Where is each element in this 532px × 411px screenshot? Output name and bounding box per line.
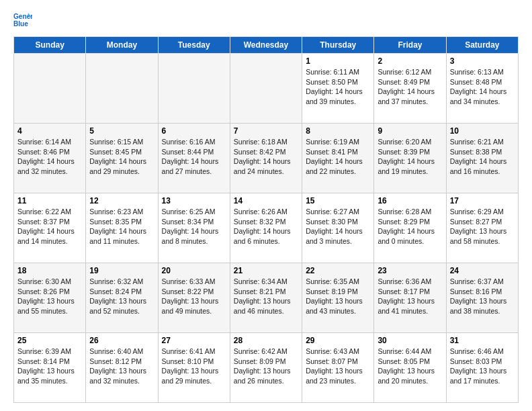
day-number: 15	[306, 196, 370, 205]
day-number: 27	[162, 336, 226, 345]
calendar-cell: 29Sunrise: 6:43 AM Sunset: 8:07 PM Dayli…	[302, 333, 374, 403]
calendar-cell: 24Sunrise: 6:37 AM Sunset: 8:16 PM Dayli…	[446, 263, 518, 333]
day-info: Sunrise: 6:18 AM Sunset: 8:42 PM Dayligh…	[234, 137, 298, 177]
day-number: 12	[89, 196, 154, 205]
day-info: Sunrise: 6:36 AM Sunset: 8:17 PM Dayligh…	[378, 277, 442, 316]
day-number: 20	[162, 266, 226, 275]
day-info: Sunrise: 6:13 AM Sunset: 8:48 PM Dayligh…	[450, 67, 515, 107]
calendar-cell: 6Sunrise: 6:16 AM Sunset: 8:44 PM Daylig…	[158, 124, 230, 193]
calendar-cell: 5Sunrise: 6:15 AM Sunset: 8:45 PM Daylig…	[86, 124, 158, 193]
day-info: Sunrise: 6:46 AM Sunset: 8:03 PM Dayligh…	[450, 347, 515, 386]
calendar-cell	[230, 54, 302, 124]
day-number: 16	[378, 196, 442, 205]
calendar-week-3: 11Sunrise: 6:22 AM Sunset: 8:37 PM Dayli…	[14, 193, 519, 263]
day-number: 17	[450, 196, 515, 205]
day-number: 1	[306, 56, 370, 66]
day-info: Sunrise: 6:30 AM Sunset: 8:26 PM Dayligh…	[17, 277, 82, 316]
calendar-header-tuesday: Tuesday	[158, 37, 230, 54]
calendar-cell: 28Sunrise: 6:42 AM Sunset: 8:09 PM Dayli…	[230, 333, 302, 403]
day-number: 2	[378, 56, 442, 66]
page-header: General Blue	[13, 11, 519, 30]
day-info: Sunrise: 6:37 AM Sunset: 8:16 PM Dayligh…	[450, 277, 515, 316]
day-info: Sunrise: 6:14 AM Sunset: 8:46 PM Dayligh…	[17, 137, 82, 177]
calendar-cell: 3Sunrise: 6:13 AM Sunset: 8:48 PM Daylig…	[446, 54, 518, 124]
day-number: 22	[306, 266, 370, 275]
day-info: Sunrise: 6:21 AM Sunset: 8:38 PM Dayligh…	[450, 137, 515, 177]
calendar-cell: 7Sunrise: 6:18 AM Sunset: 8:42 PM Daylig…	[230, 124, 302, 193]
calendar-header-sunday: Sunday	[14, 37, 86, 54]
calendar-cell: 18Sunrise: 6:30 AM Sunset: 8:26 PM Dayli…	[14, 263, 86, 333]
day-info: Sunrise: 6:16 AM Sunset: 8:44 PM Dayligh…	[162, 137, 226, 177]
day-info: Sunrise: 6:23 AM Sunset: 8:35 PM Dayligh…	[89, 207, 154, 246]
calendar-header-row: SundayMondayTuesdayWednesdayThursdayFrid…	[14, 37, 519, 54]
calendar-cell: 16Sunrise: 6:28 AM Sunset: 8:29 PM Dayli…	[374, 193, 446, 263]
calendar-week-2: 4Sunrise: 6:14 AM Sunset: 8:46 PM Daylig…	[14, 124, 519, 193]
calendar-cell: 14Sunrise: 6:26 AM Sunset: 8:32 PM Dayli…	[230, 193, 302, 263]
day-number: 10	[450, 126, 515, 136]
calendar-cell: 2Sunrise: 6:12 AM Sunset: 8:49 PM Daylig…	[374, 54, 446, 124]
day-number: 7	[234, 126, 298, 136]
calendar-cell: 21Sunrise: 6:34 AM Sunset: 8:21 PM Dayli…	[230, 263, 302, 333]
calendar-cell: 26Sunrise: 6:40 AM Sunset: 8:12 PM Dayli…	[86, 333, 158, 403]
day-number: 4	[17, 126, 82, 136]
calendar-header-friday: Friday	[374, 37, 446, 54]
calendar-cell: 23Sunrise: 6:36 AM Sunset: 8:17 PM Dayli…	[374, 263, 446, 333]
day-info: Sunrise: 6:43 AM Sunset: 8:07 PM Dayligh…	[306, 347, 370, 386]
day-info: Sunrise: 6:40 AM Sunset: 8:12 PM Dayligh…	[89, 347, 154, 386]
calendar-cell: 4Sunrise: 6:14 AM Sunset: 8:46 PM Daylig…	[14, 124, 86, 193]
day-number: 30	[378, 336, 442, 345]
day-number: 9	[378, 126, 442, 136]
calendar-table: SundayMondayTuesdayWednesdayThursdayFrid…	[13, 36, 519, 403]
day-info: Sunrise: 6:34 AM Sunset: 8:21 PM Dayligh…	[234, 277, 298, 316]
day-info: Sunrise: 6:32 AM Sunset: 8:24 PM Dayligh…	[89, 277, 154, 316]
calendar-header-wednesday: Wednesday	[230, 37, 302, 54]
calendar-cell: 31Sunrise: 6:46 AM Sunset: 8:03 PM Dayli…	[446, 333, 518, 403]
day-info: Sunrise: 6:42 AM Sunset: 8:09 PM Dayligh…	[234, 347, 298, 386]
calendar-cell: 1Sunrise: 6:11 AM Sunset: 8:50 PM Daylig…	[302, 54, 374, 124]
calendar-cell: 15Sunrise: 6:27 AM Sunset: 8:30 PM Dayli…	[302, 193, 374, 263]
calendar-cell	[14, 54, 86, 124]
day-number: 11	[17, 196, 82, 205]
day-info: Sunrise: 6:25 AM Sunset: 8:34 PM Dayligh…	[162, 207, 226, 246]
svg-text:General: General	[13, 13, 32, 20]
calendar-week-1: 1Sunrise: 6:11 AM Sunset: 8:50 PM Daylig…	[14, 54, 519, 124]
calendar-cell: 25Sunrise: 6:39 AM Sunset: 8:14 PM Dayli…	[14, 333, 86, 403]
day-info: Sunrise: 6:12 AM Sunset: 8:49 PM Dayligh…	[378, 67, 442, 107]
day-info: Sunrise: 6:27 AM Sunset: 8:30 PM Dayligh…	[306, 207, 370, 246]
calendar-cell	[158, 54, 230, 124]
calendar-cell: 30Sunrise: 6:44 AM Sunset: 8:05 PM Dayli…	[374, 333, 446, 403]
day-info: Sunrise: 6:29 AM Sunset: 8:27 PM Dayligh…	[450, 207, 515, 246]
calendar-header-saturday: Saturday	[446, 37, 518, 54]
calendar-cell: 19Sunrise: 6:32 AM Sunset: 8:24 PM Dayli…	[86, 263, 158, 333]
day-info: Sunrise: 6:15 AM Sunset: 8:45 PM Dayligh…	[89, 137, 154, 177]
day-number: 23	[378, 266, 442, 275]
day-info: Sunrise: 6:20 AM Sunset: 8:39 PM Dayligh…	[378, 137, 442, 177]
calendar-header-monday: Monday	[86, 37, 158, 54]
day-number: 28	[234, 336, 298, 345]
day-info: Sunrise: 6:19 AM Sunset: 8:41 PM Dayligh…	[306, 137, 370, 177]
day-number: 3	[450, 56, 515, 66]
day-number: 31	[450, 336, 515, 345]
calendar-cell: 22Sunrise: 6:35 AM Sunset: 8:19 PM Dayli…	[302, 263, 374, 333]
calendar-cell: 12Sunrise: 6:23 AM Sunset: 8:35 PM Dayli…	[86, 193, 158, 263]
calendar-cell: 8Sunrise: 6:19 AM Sunset: 8:41 PM Daylig…	[302, 124, 374, 193]
day-info: Sunrise: 6:44 AM Sunset: 8:05 PM Dayligh…	[378, 347, 442, 386]
day-number: 14	[234, 196, 298, 205]
day-info: Sunrise: 6:28 AM Sunset: 8:29 PM Dayligh…	[378, 207, 442, 246]
calendar-cell: 13Sunrise: 6:25 AM Sunset: 8:34 PM Dayli…	[158, 193, 230, 263]
calendar-header-thursday: Thursday	[302, 37, 374, 54]
day-number: 26	[89, 336, 154, 345]
day-number: 24	[450, 266, 515, 275]
svg-text:Blue: Blue	[13, 20, 28, 28]
day-number: 18	[17, 266, 82, 275]
day-number: 21	[234, 266, 298, 275]
calendar-cell: 10Sunrise: 6:21 AM Sunset: 8:38 PM Dayli…	[446, 124, 518, 193]
logo-icon: General Blue	[13, 11, 32, 30]
calendar-cell: 27Sunrise: 6:41 AM Sunset: 8:10 PM Dayli…	[158, 333, 230, 403]
day-number: 29	[306, 336, 370, 345]
calendar-week-4: 18Sunrise: 6:30 AM Sunset: 8:26 PM Dayli…	[14, 263, 519, 333]
calendar-cell: 11Sunrise: 6:22 AM Sunset: 8:37 PM Dayli…	[14, 193, 86, 263]
day-info: Sunrise: 6:11 AM Sunset: 8:50 PM Dayligh…	[306, 67, 370, 107]
day-info: Sunrise: 6:22 AM Sunset: 8:37 PM Dayligh…	[17, 207, 82, 246]
calendar-cell	[86, 54, 158, 124]
